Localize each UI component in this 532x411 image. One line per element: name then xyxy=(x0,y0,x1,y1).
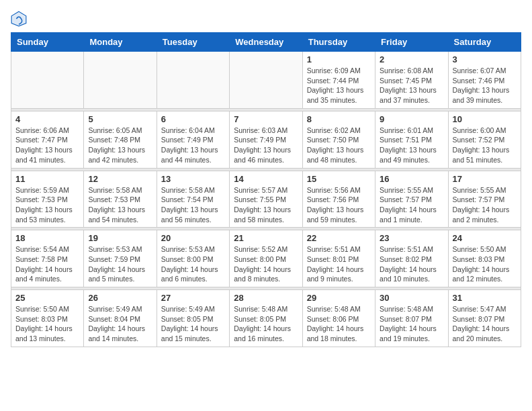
calendar-cell: 4Sunrise: 6:06 AM Sunset: 7:47 PM Daylig… xyxy=(11,111,84,168)
day-info: Sunrise: 6:08 AM Sunset: 7:45 PM Dayligh… xyxy=(380,66,443,105)
day-info: Sunrise: 5:55 AM Sunset: 7:57 PM Dayligh… xyxy=(453,185,517,225)
day-info: Sunrise: 5:48 AM Sunset: 8:07 PM Dayligh… xyxy=(380,304,443,344)
day-number: 22 xyxy=(307,233,371,243)
day-number: 30 xyxy=(380,293,443,303)
calendar-cell: 13Sunrise: 5:58 AM Sunset: 7:54 PM Dayli… xyxy=(157,171,229,228)
col-header-wednesday: Wednesday xyxy=(230,33,302,52)
day-number: 10 xyxy=(453,114,517,124)
day-number: 27 xyxy=(161,293,225,303)
col-header-thursday: Thursday xyxy=(302,33,375,52)
day-info: Sunrise: 5:54 AM Sunset: 7:58 PM Dayligh… xyxy=(15,244,79,284)
day-info: Sunrise: 5:58 AM Sunset: 7:54 PM Dayligh… xyxy=(161,185,225,225)
day-number: 17 xyxy=(453,174,517,184)
calendar-cell: 7Sunrise: 6:03 AM Sunset: 7:49 PM Daylig… xyxy=(230,111,302,168)
day-info: Sunrise: 5:47 AM Sunset: 8:07 PM Dayligh… xyxy=(453,304,517,344)
day-number: 16 xyxy=(380,174,443,184)
day-number: 4 xyxy=(15,114,79,124)
day-number: 18 xyxy=(15,233,79,243)
day-number: 2 xyxy=(380,54,443,64)
day-info: Sunrise: 5:56 AM Sunset: 7:56 PM Dayligh… xyxy=(307,185,371,225)
calendar-header-row: SundayMondayTuesdayWednesdayThursdayFrid… xyxy=(11,33,521,52)
day-number: 15 xyxy=(307,174,371,184)
day-info: Sunrise: 6:05 AM Sunset: 7:48 PM Dayligh… xyxy=(88,126,152,165)
calendar-week-4: 18Sunrise: 5:54 AM Sunset: 7:58 PM Dayli… xyxy=(11,230,521,287)
day-number: 7 xyxy=(234,114,298,124)
day-number: 1 xyxy=(307,54,371,64)
day-number: 24 xyxy=(453,233,517,243)
day-number: 23 xyxy=(380,233,443,243)
calendar-cell: 18Sunrise: 5:54 AM Sunset: 7:58 PM Dayli… xyxy=(11,230,84,287)
day-info: Sunrise: 6:07 AM Sunset: 7:46 PM Dayligh… xyxy=(453,66,517,105)
col-header-tuesday: Tuesday xyxy=(157,33,229,52)
calendar-cell xyxy=(230,52,302,109)
calendar-cell: 16Sunrise: 5:55 AM Sunset: 7:57 PM Dayli… xyxy=(375,171,448,228)
calendar-cell: 21Sunrise: 5:52 AM Sunset: 8:00 PM Dayli… xyxy=(230,230,302,287)
calendar-week-1: 1Sunrise: 6:09 AM Sunset: 7:44 PM Daylig… xyxy=(11,52,521,109)
calendar-cell: 8Sunrise: 6:02 AM Sunset: 7:50 PM Daylig… xyxy=(302,111,375,168)
calendar-cell: 23Sunrise: 5:51 AM Sunset: 8:02 PM Dayli… xyxy=(375,230,448,287)
calendar-cell xyxy=(84,52,157,109)
calendar-cell xyxy=(11,52,84,109)
day-number: 20 xyxy=(161,233,225,243)
day-number: 8 xyxy=(307,114,371,124)
day-info: Sunrise: 5:58 AM Sunset: 7:53 PM Dayligh… xyxy=(88,185,152,225)
day-info: Sunrise: 5:52 AM Sunset: 8:00 PM Dayligh… xyxy=(234,244,298,284)
day-number: 29 xyxy=(307,293,371,303)
calendar-cell: 25Sunrise: 5:50 AM Sunset: 8:03 PM Dayli… xyxy=(11,290,84,347)
calendar-table: SundayMondayTuesdayWednesdayThursdayFrid… xyxy=(11,32,521,347)
calendar-week-5: 25Sunrise: 5:50 AM Sunset: 8:03 PM Dayli… xyxy=(11,290,521,347)
calendar-cell: 20Sunrise: 5:53 AM Sunset: 8:00 PM Dayli… xyxy=(157,230,229,287)
calendar-cell: 22Sunrise: 5:51 AM Sunset: 8:01 PM Dayli… xyxy=(302,230,375,287)
day-number: 6 xyxy=(161,114,225,124)
calendar-cell: 11Sunrise: 5:59 AM Sunset: 7:53 PM Dayli… xyxy=(11,171,84,228)
day-info: Sunrise: 5:48 AM Sunset: 8:05 PM Dayligh… xyxy=(234,304,298,344)
calendar-cell xyxy=(157,52,229,109)
day-info: Sunrise: 5:59 AM Sunset: 7:53 PM Dayligh… xyxy=(15,185,79,225)
day-info: Sunrise: 5:48 AM Sunset: 8:06 PM Dayligh… xyxy=(307,304,371,344)
day-number: 12 xyxy=(88,174,152,184)
day-info: Sunrise: 6:06 AM Sunset: 7:47 PM Dayligh… xyxy=(15,126,79,165)
calendar-cell: 17Sunrise: 5:55 AM Sunset: 7:57 PM Dayli… xyxy=(448,171,521,228)
calendar-cell: 14Sunrise: 5:57 AM Sunset: 7:55 PM Dayli… xyxy=(230,171,302,228)
col-header-sunday: Sunday xyxy=(11,33,84,52)
day-number: 25 xyxy=(15,293,79,303)
calendar-cell: 27Sunrise: 5:49 AM Sunset: 8:05 PM Dayli… xyxy=(157,290,229,347)
day-number: 21 xyxy=(234,233,298,243)
calendar-cell: 26Sunrise: 5:49 AM Sunset: 8:04 PM Dayli… xyxy=(84,290,157,347)
page-header xyxy=(11,11,521,27)
day-number: 26 xyxy=(88,293,152,303)
day-number: 5 xyxy=(88,114,152,124)
calendar-cell: 6Sunrise: 6:04 AM Sunset: 7:49 PM Daylig… xyxy=(157,111,229,168)
day-info: Sunrise: 5:49 AM Sunset: 8:04 PM Dayligh… xyxy=(88,304,152,344)
calendar-cell: 1Sunrise: 6:09 AM Sunset: 7:44 PM Daylig… xyxy=(302,52,375,109)
day-number: 11 xyxy=(15,174,79,184)
day-info: Sunrise: 6:09 AM Sunset: 7:44 PM Dayligh… xyxy=(307,66,371,105)
day-number: 14 xyxy=(234,174,298,184)
calendar-cell: 28Sunrise: 5:48 AM Sunset: 8:05 PM Dayli… xyxy=(230,290,302,347)
day-info: Sunrise: 5:57 AM Sunset: 7:55 PM Dayligh… xyxy=(234,185,298,225)
day-info: Sunrise: 6:02 AM Sunset: 7:50 PM Dayligh… xyxy=(307,126,371,165)
day-info: Sunrise: 5:50 AM Sunset: 8:03 PM Dayligh… xyxy=(453,244,517,284)
calendar-cell: 30Sunrise: 5:48 AM Sunset: 8:07 PM Dayli… xyxy=(375,290,448,347)
col-header-saturday: Saturday xyxy=(448,33,521,52)
calendar-cell: 3Sunrise: 6:07 AM Sunset: 7:46 PM Daylig… xyxy=(448,52,521,109)
calendar-cell: 24Sunrise: 5:50 AM Sunset: 8:03 PM Dayli… xyxy=(448,230,521,287)
calendar-week-2: 4Sunrise: 6:06 AM Sunset: 7:47 PM Daylig… xyxy=(11,111,521,168)
day-info: Sunrise: 5:51 AM Sunset: 8:01 PM Dayligh… xyxy=(307,244,371,284)
day-number: 9 xyxy=(380,114,443,124)
calendar-cell: 29Sunrise: 5:48 AM Sunset: 8:06 PM Dayli… xyxy=(302,290,375,347)
day-number: 13 xyxy=(161,174,225,184)
day-info: Sunrise: 6:03 AM Sunset: 7:49 PM Dayligh… xyxy=(234,126,298,165)
logo xyxy=(11,11,30,27)
day-info: Sunrise: 6:04 AM Sunset: 7:49 PM Dayligh… xyxy=(161,126,225,165)
calendar-cell: 15Sunrise: 5:56 AM Sunset: 7:56 PM Dayli… xyxy=(302,171,375,228)
logo-icon xyxy=(11,11,27,27)
calendar-cell: 12Sunrise: 5:58 AM Sunset: 7:53 PM Dayli… xyxy=(84,171,157,228)
day-info: Sunrise: 5:49 AM Sunset: 8:05 PM Dayligh… xyxy=(161,304,225,344)
calendar-cell: 10Sunrise: 6:00 AM Sunset: 7:52 PM Dayli… xyxy=(448,111,521,168)
calendar-cell: 9Sunrise: 6:01 AM Sunset: 7:51 PM Daylig… xyxy=(375,111,448,168)
day-number: 31 xyxy=(453,293,517,303)
day-info: Sunrise: 6:00 AM Sunset: 7:52 PM Dayligh… xyxy=(453,126,517,165)
day-number: 28 xyxy=(234,293,298,303)
calendar-cell: 2Sunrise: 6:08 AM Sunset: 7:45 PM Daylig… xyxy=(375,52,448,109)
